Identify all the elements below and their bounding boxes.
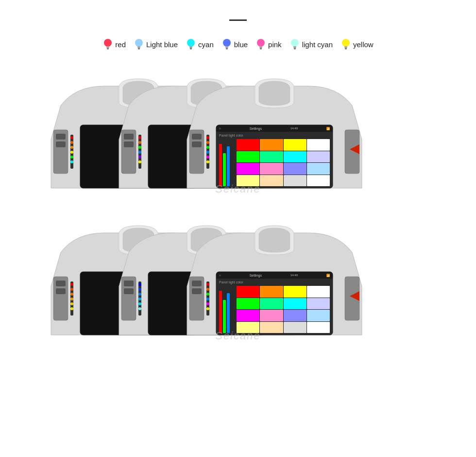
- svg-point-98: [206, 288, 209, 291]
- svg-rect-21: [293, 46, 296, 48]
- page: red Light blue cyan blue pink light cyan…: [0, 0, 476, 457]
- svg-rect-5: [137, 46, 140, 48]
- svg-rect-9: [189, 46, 192, 48]
- units-section: ⌂ Settings 14:40 📶 Panel light color Sei…: [19, 62, 457, 350]
- screen-ui: ⌂ Settings 14:40 📶 Panel light color: [216, 272, 333, 335]
- bulb-icon-red: [102, 37, 113, 51]
- color-grid-area: [219, 139, 330, 186]
- svg-point-16: [257, 39, 265, 47]
- svg-point-74: [70, 298, 73, 300]
- color-bars: [219, 286, 235, 333]
- screen-title: Settings: [250, 274, 262, 277]
- screen-content: Panel light color: [216, 132, 333, 188]
- svg-point-49: [138, 156, 141, 158]
- svg-rect-17: [259, 46, 262, 48]
- svg-point-86: [138, 293, 141, 296]
- screen-title: Settings: [250, 127, 262, 130]
- svg-point-75: [70, 302, 73, 305]
- bulb-icon-light-cyan: [289, 37, 300, 51]
- svg-point-32: [70, 136, 73, 139]
- svg-rect-55: [192, 134, 202, 140]
- screen-time: 14:40: [290, 127, 298, 130]
- color-grid-area: [219, 286, 330, 333]
- bulb-icon-yellow: [340, 37, 351, 51]
- color-item-Light-blue: Light blue: [134, 37, 178, 51]
- svg-rect-27: [345, 49, 347, 50]
- svg-point-46: [138, 141, 141, 144]
- svg-rect-18: [260, 48, 262, 49]
- svg-point-59: [206, 141, 209, 144]
- screen-topbar: ⌂ Settings 14:40 📶: [216, 272, 333, 279]
- panel-light-label: Panel light color: [219, 134, 330, 137]
- screen-time: 14:40: [290, 274, 298, 277]
- svg-point-8: [187, 39, 195, 47]
- svg-point-24: [342, 39, 350, 47]
- color-label-red: red: [115, 40, 126, 49]
- color-item-yellow: yellow: [340, 37, 374, 51]
- color-item-pink: pink: [255, 37, 282, 51]
- screen-home-icon: ⌂: [219, 127, 221, 130]
- svg-rect-95: [192, 288, 202, 294]
- svg-point-62: [206, 156, 209, 158]
- color-label-blue: blue: [234, 40, 248, 49]
- svg-point-101: [206, 302, 209, 305]
- svg-rect-19: [260, 49, 262, 50]
- svg-rect-69: [56, 288, 66, 294]
- svg-point-61: [206, 151, 209, 154]
- bulb-icon-blue: [221, 37, 232, 51]
- svg-point-73: [70, 293, 73, 296]
- bulb-icon-pink: [255, 37, 266, 51]
- color-label-pink: pink: [268, 40, 282, 49]
- svg-rect-94: [192, 281, 202, 286]
- svg-point-85: [138, 288, 141, 291]
- svg-point-34: [70, 146, 73, 149]
- screen-ui: ⌂ Settings 14:40 📶 Panel light color: [216, 125, 333, 188]
- svg-rect-82: [124, 288, 134, 294]
- svg-point-36: [70, 156, 73, 158]
- svg-rect-81: [124, 281, 134, 286]
- svg-point-88: [138, 302, 141, 305]
- svg-point-84: [138, 283, 141, 286]
- svg-rect-15: [226, 49, 228, 50]
- color-label-cyan: cyan: [198, 40, 214, 49]
- svg-rect-29: [56, 134, 66, 140]
- car-unit: ⌂ Settings 14:40 📶 Panel light color: [182, 76, 367, 203]
- svg-point-71: [70, 283, 73, 286]
- svg-point-45: [138, 136, 141, 139]
- color-label-light-cyan: light cyan: [302, 40, 333, 49]
- color-item-light-cyan: light cyan: [289, 37, 333, 51]
- car-screen: ⌂ Settings 14:40 📶 Panel light color: [216, 125, 333, 188]
- svg-point-63: [206, 160, 209, 163]
- svg-rect-30: [56, 141, 66, 147]
- screen-home-icon: ⌂: [219, 274, 221, 277]
- svg-rect-13: [225, 46, 228, 48]
- svg-rect-43: [124, 141, 134, 147]
- svg-rect-22: [293, 48, 296, 49]
- car-screen: ⌂ Settings 14:40 📶 Panel light color: [216, 272, 333, 335]
- title-divider: [229, 19, 247, 21]
- svg-point-50: [138, 160, 141, 163]
- screen-topbar: ⌂ Settings 14:40 📶: [216, 125, 333, 132]
- svg-point-87: [138, 298, 141, 300]
- svg-point-33: [70, 141, 73, 144]
- color-swatches: [237, 286, 330, 333]
- svg-rect-14: [225, 48, 228, 49]
- svg-point-99: [206, 293, 209, 296]
- svg-point-60: [206, 146, 209, 149]
- svg-point-72: [70, 288, 73, 291]
- bulb-icon-Light-blue: [134, 37, 144, 51]
- panel-light-label: Panel light color: [219, 281, 330, 284]
- svg-point-20: [291, 39, 299, 47]
- svg-point-48: [138, 151, 141, 154]
- car-unit: ⌂ Settings 14:40 📶 Panel light color: [182, 223, 367, 350]
- svg-rect-6: [137, 48, 140, 49]
- color-label-Light-blue: Light blue: [146, 40, 178, 49]
- color-item-cyan: cyan: [186, 37, 214, 51]
- svg-point-97: [206, 283, 209, 286]
- svg-rect-1: [106, 46, 109, 48]
- svg-rect-3: [107, 49, 109, 50]
- svg-rect-26: [345, 48, 347, 49]
- bottom-units-row: ⌂ Settings 14:40 📶 Panel light color Sei…: [19, 209, 457, 350]
- svg-point-35: [70, 151, 73, 154]
- color-item-blue: blue: [221, 37, 248, 51]
